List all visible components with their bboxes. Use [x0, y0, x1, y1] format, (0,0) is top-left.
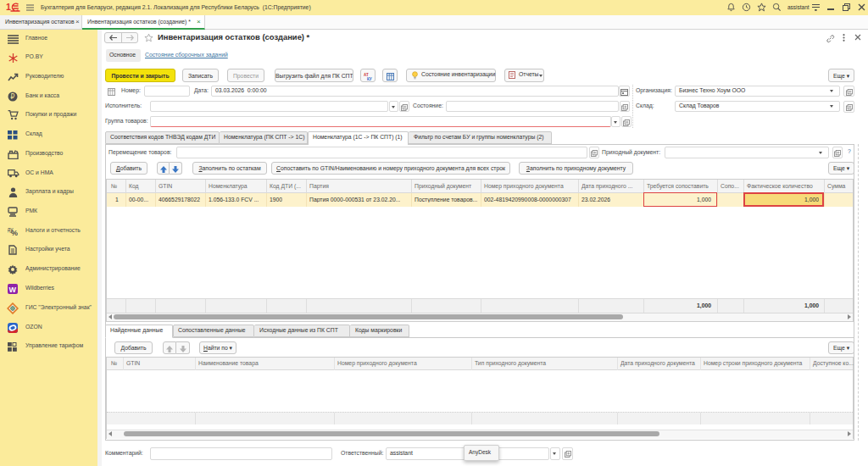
svg-text:%: %	[11, 229, 18, 236]
svg-text:W: W	[9, 286, 17, 294]
svg-text:1: 1	[6, 3, 11, 12]
svg-text:₽: ₽	[10, 93, 14, 101]
svg-text:КУ: КУ	[367, 77, 372, 81]
